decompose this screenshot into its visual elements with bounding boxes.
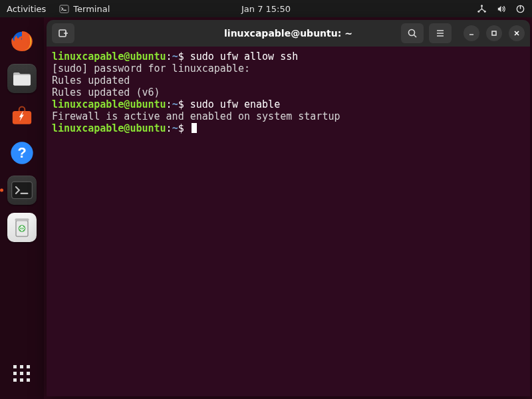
terminal-mini-icon xyxy=(59,4,69,14)
terminal-output-line: [sudo] password for linuxcapable: xyxy=(52,63,525,74)
dock: ? xyxy=(0,17,44,399)
trash-icon xyxy=(12,215,32,239)
clock[interactable]: Jan 7 15:50 xyxy=(241,4,291,14)
dock-firefox[interactable] xyxy=(7,27,37,56)
active-app-indicator[interactable]: Terminal xyxy=(59,4,110,14)
help-icon: ? xyxy=(9,140,35,166)
svg-rect-20 xyxy=(20,372,23,375)
dock-terminal[interactable] xyxy=(7,176,37,205)
terminal-prompt-line: linuxcapable@ubuntu:~$ sudo ufw allow ss… xyxy=(52,51,525,63)
titlebar[interactable]: linuxcapable@ubuntu: ~ xyxy=(47,20,530,47)
dock-ubuntu-software[interactable] xyxy=(7,101,37,130)
active-app-name: Terminal xyxy=(73,4,110,14)
terminal-output-line: Rules updated (v6) xyxy=(52,86,525,98)
window-title: linuxcapable@ubuntu: ~ xyxy=(224,28,352,39)
ubuntu-software-icon xyxy=(11,105,33,126)
menu-button[interactable] xyxy=(429,23,452,43)
svg-rect-17 xyxy=(20,365,23,368)
terminal-prompt-line: linuxcapable@ubuntu:~$ xyxy=(52,122,525,134)
terminal-output-area[interactable]: linuxcapable@ubuntu:~$ sudo ufw allow ss… xyxy=(47,47,530,396)
apps-grid-icon xyxy=(12,364,32,384)
new-tab-icon xyxy=(58,28,68,39)
network-icon[interactable] xyxy=(477,4,487,14)
maximize-button[interactable] xyxy=(486,25,502,41)
svg-rect-24 xyxy=(27,378,30,382)
volume-icon[interactable] xyxy=(496,4,506,14)
files-icon xyxy=(11,70,33,87)
power-icon[interactable] xyxy=(515,4,525,14)
terminal-prompt-line: linuxcapable@ubuntu:~$ sudo ufw enable xyxy=(52,98,525,110)
minimize-button[interactable] xyxy=(464,25,479,41)
terminal-cursor xyxy=(192,123,197,133)
activities-button[interactable]: Activities xyxy=(7,4,46,14)
topbar: Activities Terminal Jan 7 15:50 xyxy=(0,0,532,17)
svg-text:?: ? xyxy=(17,144,26,161)
hamburger-icon xyxy=(435,28,446,39)
svg-line-29 xyxy=(414,35,417,38)
terminal-icon xyxy=(11,181,33,200)
dock-help[interactable]: ? xyxy=(7,138,37,168)
minimize-icon xyxy=(468,30,475,37)
svg-rect-16 xyxy=(13,365,17,368)
svg-rect-21 xyxy=(27,372,30,375)
svg-rect-12 xyxy=(12,182,33,198)
search-icon xyxy=(407,28,418,39)
show-applications-button[interactable] xyxy=(7,359,37,388)
svg-rect-34 xyxy=(492,31,496,35)
terminal-output-line: Rules updated xyxy=(52,74,525,86)
svg-point-1 xyxy=(481,5,483,7)
svg-rect-14 xyxy=(15,219,29,221)
dock-trash[interactable] xyxy=(7,213,37,242)
new-tab-button[interactable] xyxy=(52,23,74,43)
svg-rect-8 xyxy=(13,75,31,86)
dock-files[interactable] xyxy=(7,64,37,93)
search-button[interactable] xyxy=(401,23,424,43)
terminal-output-line: Firewall is active and enabled on system… xyxy=(52,110,525,122)
svg-rect-19 xyxy=(13,372,17,375)
close-icon xyxy=(513,30,520,37)
terminal-window: linuxcapable@ubuntu: ~ linuxcapable@ubun… xyxy=(47,20,530,396)
svg-rect-18 xyxy=(27,365,30,368)
close-button[interactable] xyxy=(509,25,525,41)
maximize-icon xyxy=(491,30,497,37)
firefox-icon xyxy=(9,29,35,54)
svg-rect-0 xyxy=(60,5,68,12)
svg-rect-23 xyxy=(20,378,23,382)
svg-rect-22 xyxy=(13,378,17,382)
svg-point-28 xyxy=(409,30,415,36)
